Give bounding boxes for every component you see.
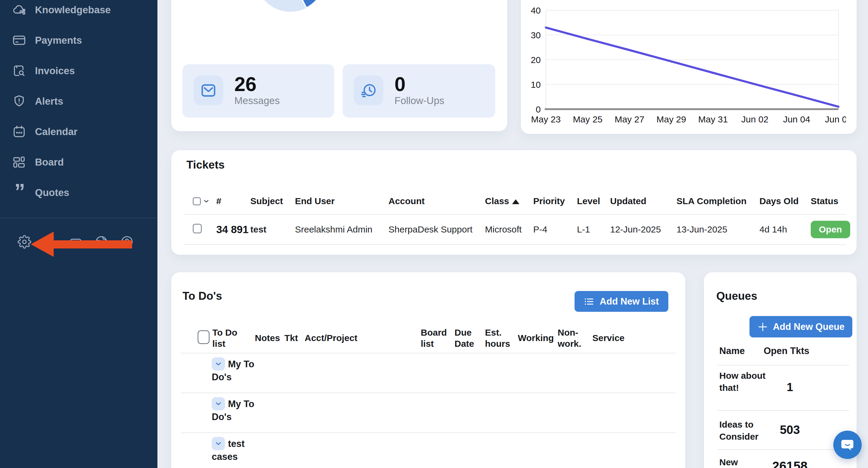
svg-text:40: 40 (531, 6, 541, 15)
todos-card: To Do's Add New List To Do list Notes Tk… (171, 272, 685, 468)
queue-open-count: 503 (764, 423, 815, 437)
todo-col-est: Est. hours (485, 327, 521, 349)
sidebar-item-label: Board (35, 156, 64, 168)
todo-col-tkt: Tkt (284, 332, 298, 343)
ticket-sla: 13-Jun-2025 (677, 224, 760, 235)
sidebar-nav: Knowledgebase Payments Invoices (0, 0, 157, 208)
sidebar-item-board[interactable]: Board (0, 147, 157, 177)
sidebar: Knowledgebase Payments Invoices (0, 0, 157, 468)
sidebar-item-knowledgebase[interactable]: Knowledgebase (0, 0, 157, 25)
expand-chevron-button[interactable] (212, 357, 225, 371)
queue-name[interactable]: Ideas to Consider (719, 418, 768, 443)
help-icon[interactable] (120, 235, 134, 249)
chevron-down-icon (214, 439, 223, 448)
svg-text:Jun 06: Jun 06 (825, 114, 846, 124)
sidebar-item-label: Invoices (35, 65, 75, 76)
queue-name[interactable]: New Tickets (719, 456, 768, 468)
status-badge: Open (811, 221, 850, 238)
sidebar-divider (0, 218, 157, 218)
followup-clock-icon (360, 82, 377, 99)
chat-widget-button[interactable] (833, 431, 862, 459)
settings-gear-icon[interactable] (18, 235, 31, 249)
ticket-updated: 12-Jun-2025 (610, 224, 677, 235)
followups-label: Follow-Ups (395, 95, 444, 106)
sidebar-item-alerts[interactable]: Alerts (0, 86, 157, 116)
chat-bubble-icon (840, 437, 855, 452)
followups-count: 0 (395, 73, 406, 96)
summary-card: 26 Messages 0 Follow-Ups (171, 0, 507, 131)
globe-icon[interactable] (94, 235, 108, 249)
svg-text:30: 30 (531, 30, 541, 40)
alert-shield-icon (12, 94, 26, 108)
todos-title: To Do's (183, 290, 222, 303)
ticket-priority: P-4 (533, 224, 577, 235)
followups-stat-tile[interactable]: 0 Follow-Ups (343, 64, 495, 118)
col-priority[interactable]: Priority (533, 196, 577, 206)
ticket-row[interactable]: 34 891 test Sreelakshmi Admin SherpaDesk… (183, 215, 846, 245)
ticket-subject[interactable]: test (250, 224, 295, 235)
select-all-checkbox[interactable] (193, 197, 201, 205)
col-number[interactable]: # (216, 196, 250, 206)
col-enduser[interactable]: End User (295, 196, 389, 206)
ticket-level: L-1 (577, 224, 610, 235)
add-new-list-label: Add New List (599, 296, 659, 307)
col-daysold[interactable]: Days Old (760, 196, 811, 206)
board-icon (12, 155, 26, 169)
todo-list-item: My To Do's (212, 357, 263, 383)
tickets-select-all[interactable] (193, 197, 216, 205)
col-status[interactable]: Status (811, 196, 846, 206)
queue-open-count: 26158 (764, 459, 815, 468)
sidebar-item-payments[interactable]: Payments (0, 25, 157, 56)
svg-text:20: 20 (531, 55, 541, 65)
queue-name[interactable]: How about that! (719, 370, 768, 394)
ticket-enduser: Sreelakshmi Admin (295, 224, 389, 235)
calendar-icon (12, 125, 26, 139)
chevron-down-icon[interactable] (203, 197, 210, 205)
display-icon[interactable] (69, 235, 83, 249)
col-level[interactable]: Level (577, 196, 610, 206)
queue-col-name: Name (719, 346, 745, 356)
queues-card: Queues Add New Queue Name Open Tkts How … (704, 272, 857, 468)
tickets-title: Tickets (186, 159, 225, 171)
ticket-class: Microsoft (485, 224, 533, 235)
svg-text:May 25: May 25 (573, 114, 602, 124)
sidebar-item-label: Knowledgebase (35, 4, 111, 16)
add-new-list-button[interactable]: Add New List (575, 291, 668, 312)
messages-label: Messages (234, 95, 280, 106)
svg-text:Jun 04: Jun 04 (783, 114, 810, 124)
col-class[interactable]: Class (485, 196, 533, 206)
todo-col-nonwork: Non-work. (558, 327, 594, 349)
todo-col-notes: Notes (255, 332, 280, 343)
messages-iconbox (194, 75, 223, 105)
ticket-number[interactable]: 34 891 (216, 223, 250, 236)
sidebar-item-calendar[interactable]: Calendar (0, 116, 157, 147)
todo-col-board: Board list (421, 327, 457, 349)
col-subject[interactable]: Subject (250, 196, 295, 206)
expand-chevron-button[interactable] (212, 437, 225, 450)
expand-chevron-button[interactable] (212, 397, 225, 410)
todo-list-row: My To Do's (181, 353, 676, 393)
sidebar-item-invoices[interactable]: Invoices (0, 56, 157, 86)
messages-stat-tile[interactable]: 26 Messages (183, 64, 334, 118)
col-updated[interactable]: Updated (610, 196, 677, 206)
svg-text:May 29: May 29 (657, 114, 686, 124)
todo-col-list: To Do list (212, 327, 249, 349)
ticket-checkbox[interactable] (193, 224, 202, 233)
sidebar-item-quotes[interactable]: ” Quotes (0, 177, 157, 208)
followups-iconbox (354, 75, 383, 105)
add-new-queue-button[interactable]: Add New Queue (749, 316, 852, 337)
messages-count: 26 (234, 73, 256, 96)
svg-text:10: 10 (531, 80, 541, 90)
col-sla[interactable]: SLA Completion (677, 196, 760, 206)
todos-select-all-checkbox[interactable] (197, 330, 210, 344)
add-new-queue-label: Add New Queue (773, 321, 845, 332)
svg-text:May 31: May 31 (698, 114, 728, 124)
svg-text:May 27: May 27 (615, 114, 644, 124)
ticket-daysold: 4d 14h (760, 224, 811, 235)
credit-card-icon (12, 33, 26, 48)
analytics-icon[interactable] (43, 235, 57, 249)
sidebar-item-label: Alerts (35, 96, 63, 107)
col-account[interactable]: Account (389, 196, 485, 206)
queues-divider (717, 365, 849, 366)
list-icon (584, 296, 595, 307)
